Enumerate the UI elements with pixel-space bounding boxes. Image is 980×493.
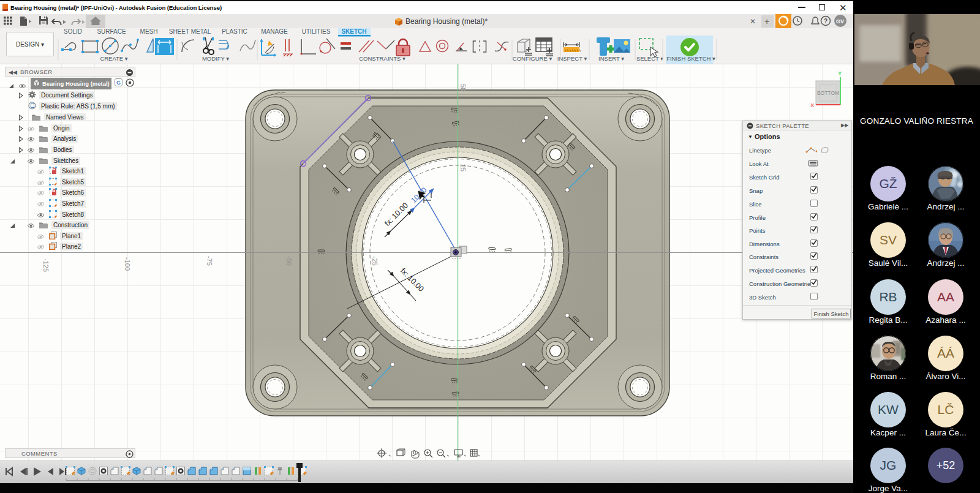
- svg-text:+: +: [764, 17, 769, 26]
- svg-text:SELECT ▾: SELECT ▾: [636, 55, 663, 62]
- svg-text:✕: ✕: [750, 17, 756, 26]
- svg-text:MODIFY ▾: MODIFY ▾: [202, 55, 229, 62]
- svg-text:Y: Y: [838, 70, 842, 77]
- svg-text:Bearing Housing (metal)*: Bearing Housing (metal)*: [405, 17, 488, 26]
- svg-text:X: X: [810, 102, 815, 108]
- svg-text:CREATE ▾: CREATE ▾: [100, 55, 127, 62]
- svg-text:GV: GV: [836, 18, 844, 24]
- svg-text:CONFIGURE ▾: CONFIGURE ▾: [513, 55, 552, 62]
- svg-text:?: ?: [824, 18, 827, 24]
- svg-text:CONSTRAINTS ▾: CONSTRAINTS ▾: [359, 55, 405, 62]
- svg-text:FINISH SKETCH ▾: FINISH SKETCH ▾: [666, 55, 715, 62]
- svg-text:INSPECT ▾: INSPECT ▾: [557, 55, 587, 62]
- svg-text:INSERT ▾: INSERT ▾: [598, 55, 624, 62]
- svg-text:BOTTOM: BOTTOM: [817, 90, 839, 96]
